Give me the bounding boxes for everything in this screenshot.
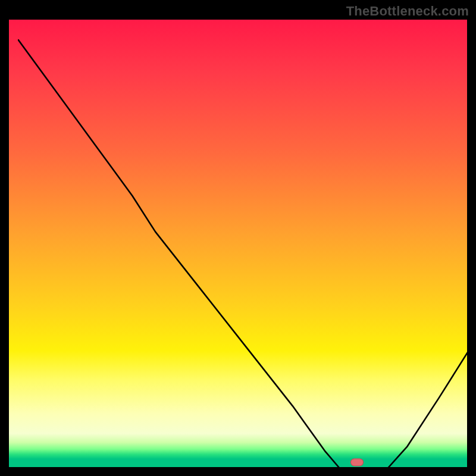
x-axis [9, 467, 467, 469]
optimal-point-marker [350, 459, 364, 466]
gradient-background [9, 20, 467, 467]
chart-frame [9, 20, 467, 467]
watermark-text: TheBottleneck.com [346, 4, 469, 19]
